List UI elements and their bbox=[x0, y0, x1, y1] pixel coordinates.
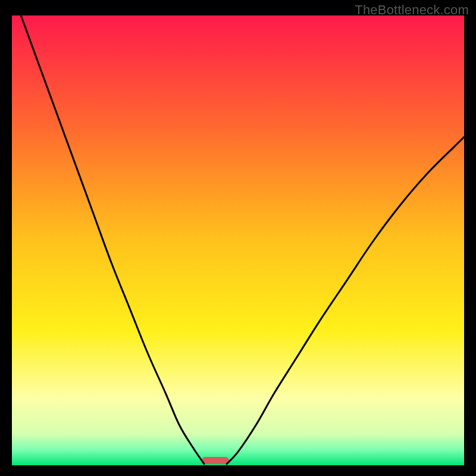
plot-area bbox=[12, 15, 464, 465]
watermark-text: TheBottleneck.com bbox=[355, 2, 469, 18]
svg-rect-0 bbox=[202, 457, 229, 464]
chart-svg bbox=[12, 15, 464, 465]
chart-frame: TheBottleneck.com bbox=[0, 0, 476, 476]
gradient-background bbox=[12, 15, 464, 465]
bottleneck-marker bbox=[202, 457, 229, 464]
